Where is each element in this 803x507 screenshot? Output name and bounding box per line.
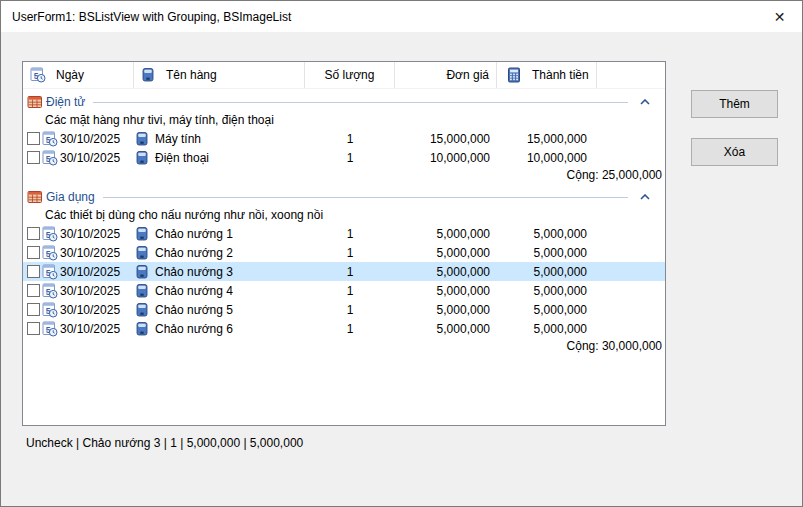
column-header-so-luong[interactable]: Số lượng <box>305 62 395 88</box>
group-description: Các thiết bị dùng cho nấu nướng như nồi,… <box>23 206 665 224</box>
group-total: Cộng: 25,000,000 <box>23 167 665 184</box>
grouped-listview: 5 Ngày Tên hàng Số lượng Đơn giá <box>22 61 666 426</box>
chevron-up-icon[interactable] <box>640 194 650 200</box>
row-checkbox[interactable] <box>27 246 40 259</box>
row-checkbox[interactable] <box>27 322 40 335</box>
row-date-cell: 5 30/10/2025 <box>23 302 134 318</box>
table-row[interactable]: 5 30/10/2025 Chảo nướng 3 1 5,000,000 5,… <box>23 262 665 281</box>
row-name-cell: Máy tính <box>134 131 305 147</box>
row-name: Chảo nướng 5 <box>155 303 233 317</box>
group-title: Gia dụng <box>46 190 95 204</box>
chevron-up-icon[interactable] <box>640 99 650 105</box>
row-qty: 1 <box>305 246 395 260</box>
row-date: 30/10/2025 <box>60 227 120 241</box>
group-icon <box>27 189 43 205</box>
table-row[interactable]: 5 30/10/2025 Điện thoại 1 10,000,000 10,… <box>23 148 665 167</box>
row-total: 5,000,000 <box>497 227 597 241</box>
row-name-cell: Chảo nướng 5 <box>134 302 305 318</box>
row-date-cell: 5 30/10/2025 <box>23 150 134 166</box>
row-date-cell: 5 30/10/2025 <box>23 226 134 242</box>
row-date-cell: 5 30/10/2025 <box>23 245 134 261</box>
table-row[interactable]: 5 30/10/2025 Máy tính 1 15,000,000 15,00… <box>23 129 665 148</box>
row-date-cell: 5 30/10/2025 <box>23 283 134 299</box>
column-label: Thành tiền <box>532 68 589 82</box>
row-name: Chảo nướng 2 <box>155 246 233 260</box>
row-qty: 1 <box>305 303 395 317</box>
column-header-ten-hang[interactable]: Tên hàng <box>134 62 305 88</box>
row-qty: 1 <box>305 132 395 146</box>
table-row[interactable]: 5 30/10/2025 Chảo nướng 5 1 5,000,000 5,… <box>23 300 665 319</box>
row-price: 5,000,000 <box>395 284 497 298</box>
date-icon: 5 <box>42 226 58 242</box>
row-date: 30/10/2025 <box>60 322 120 336</box>
window-title: UserForm1: BSListView with Grouping, BSI… <box>12 10 291 24</box>
row-qty: 1 <box>305 265 395 279</box>
listview-group: Gia dụng Các thiết bị dùng cho nấu nướng… <box>23 188 665 355</box>
date-icon: 5 <box>42 245 58 261</box>
table-row[interactable]: 5 30/10/2025 Chảo nướng 1 1 5,000,000 5,… <box>23 224 665 243</box>
row-date-cell: 5 30/10/2025 <box>23 264 134 280</box>
xoa-button[interactable]: Xóa <box>691 138 778 166</box>
them-button[interactable]: Thêm <box>691 90 778 118</box>
row-name: Chảo nướng 4 <box>155 284 233 298</box>
date-icon: 5 <box>42 321 58 337</box>
row-qty: 1 <box>305 284 395 298</box>
date-icon: 5 <box>30 67 46 83</box>
row-name-cell: Chảo nướng 2 <box>134 245 305 261</box>
product-icon <box>134 283 150 299</box>
userform-window: UserForm1: BSListView with Grouping, BSI… <box>0 0 803 507</box>
date-icon: 5 <box>42 150 58 166</box>
column-label: Tên hàng <box>166 68 217 82</box>
row-price: 5,000,000 <box>395 303 497 317</box>
product-icon <box>134 264 150 280</box>
row-name-cell: Điện thoại <box>134 150 305 166</box>
product-icon <box>134 245 150 261</box>
listview-body: Điện tử Các mặt hàng như tivi, máy tính,… <box>23 89 665 355</box>
group-header: Gia dụng <box>23 188 665 206</box>
column-header-ngay[interactable]: 5 Ngày <box>23 62 134 88</box>
row-checkbox[interactable] <box>27 151 40 164</box>
row-qty: 1 <box>305 322 395 336</box>
group-icon <box>27 94 43 110</box>
row-date: 30/10/2025 <box>60 284 120 298</box>
calculator-icon <box>506 67 522 83</box>
row-date: 30/10/2025 <box>60 246 120 260</box>
column-header-don-gia[interactable]: Đơn giá <box>395 62 497 88</box>
row-date: 30/10/2025 <box>60 132 120 146</box>
row-total: 5,000,000 <box>497 322 597 336</box>
row-date-cell: 5 30/10/2025 <box>23 321 134 337</box>
date-icon: 5 <box>42 283 58 299</box>
row-checkbox[interactable] <box>27 284 40 297</box>
row-price: 5,000,000 <box>395 322 497 336</box>
group-title: Điện tử <box>46 95 85 109</box>
column-label: Đơn giá <box>446 68 489 82</box>
row-total: 10,000,000 <box>497 151 597 165</box>
row-date-cell: 5 30/10/2025 <box>23 131 134 147</box>
group-description: Các mặt hàng như tivi, máy tính, điện th… <box>23 111 665 129</box>
table-row[interactable]: 5 30/10/2025 Chảo nướng 4 1 5,000,000 5,… <box>23 281 665 300</box>
row-name-cell: Chảo nướng 1 <box>134 226 305 242</box>
row-total: 5,000,000 <box>497 303 597 317</box>
date-icon: 5 <box>42 131 58 147</box>
row-price: 5,000,000 <box>395 265 497 279</box>
form-body: 5 Ngày Tên hàng Số lượng Đơn giá <box>1 32 802 506</box>
product-icon <box>134 131 150 147</box>
column-header-thanh-tien[interactable]: Thành tiền <box>497 62 597 88</box>
row-date: 30/10/2025 <box>60 265 120 279</box>
close-icon[interactable]: ✕ <box>757 1 802 32</box>
row-name: Chảo nướng 1 <box>155 227 233 241</box>
group-total: Cộng: 30,000,000 <box>23 338 665 355</box>
row-checkbox[interactable] <box>27 227 40 240</box>
listview-header: 5 Ngày Tên hàng Số lượng Đơn giá <box>23 62 665 89</box>
table-row[interactable]: 5 30/10/2025 Chảo nướng 6 1 5,000,000 5,… <box>23 319 665 338</box>
table-row[interactable]: 5 30/10/2025 Chảo nướng 2 1 5,000,000 5,… <box>23 243 665 262</box>
row-name-cell: Chảo nướng 4 <box>134 283 305 299</box>
row-checkbox[interactable] <box>27 303 40 316</box>
row-total: 15,000,000 <box>497 132 597 146</box>
product-icon <box>134 226 150 242</box>
row-checkbox[interactable] <box>27 265 40 278</box>
row-checkbox[interactable] <box>27 132 40 145</box>
group-rows: 5 30/10/2025 Máy tính 1 15,000,000 15,00… <box>23 129 665 167</box>
titlebar[interactable]: UserForm1: BSListView with Grouping, BSI… <box>1 1 802 32</box>
product-icon <box>140 67 156 83</box>
